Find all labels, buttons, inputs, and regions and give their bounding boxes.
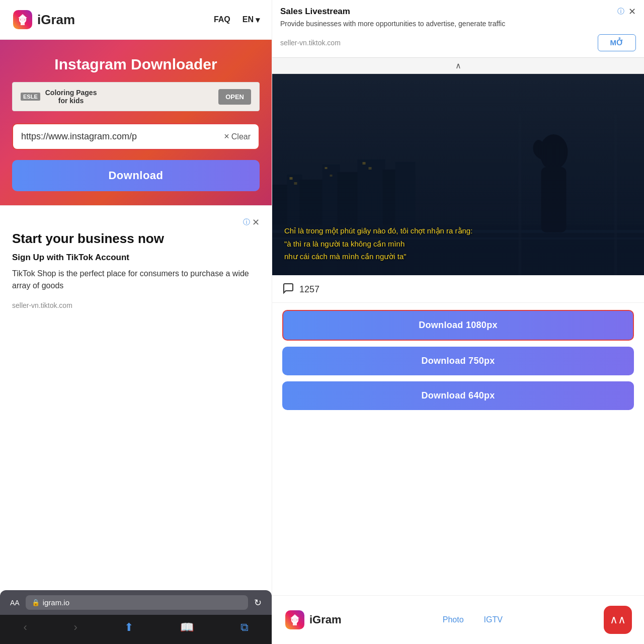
ad-popup-info-icon: ⓘ [617, 7, 624, 16]
ad-section: ⓘ ✕ Start your business now Sign Up with… [0, 205, 272, 590]
url-input-container: × Clear [12, 123, 260, 150]
ad-popup-open-button[interactable]: MỞ [598, 34, 636, 51]
ad-esle-badge: ESLE [21, 93, 40, 101]
ad-open-button[interactable]: OPEN [218, 89, 251, 105]
download-1080-button[interactable]: Download 1080px [282, 310, 634, 341]
lock-icon: 🔒 [32, 599, 40, 606]
ad-section-inner: ⓘ ✕ Start your business now Sign Up with… [12, 218, 260, 310]
hero-section: Instagram Downloader ESLE Coloring Pages… [0, 40, 272, 205]
right-footer: iGram Photo IGTV ∧∧ [272, 595, 644, 644]
ad-popup-footer: seller-vn.tiktok.com MỞ [280, 34, 636, 51]
ad-domain: seller-vn.tiktok.com [12, 301, 72, 309]
reload-button[interactable]: ↻ [254, 597, 262, 608]
browser-bottom-nav: ‹ › ⬆ 📖 ⧉ [0, 615, 272, 644]
ad-popup-domain: seller-vn.tiktok.com [280, 39, 341, 47]
download-options: Download 1080px Download 750px Download … [272, 303, 644, 417]
faq-link[interactable]: FAQ [214, 15, 230, 24]
comments-row: 1257 [272, 275, 644, 303]
share-button[interactable]: ⬆ [124, 621, 133, 634]
scroll-top-icon: ∧∧ [610, 613, 626, 626]
tabs-button[interactable]: ⧉ [240, 621, 249, 634]
footer-logo-text: iGram [309, 613, 342, 626]
comment-count: 1257 [299, 284, 319, 295]
scroll-top-button[interactable]: ∧∧ [604, 606, 632, 634]
browser-url-display[interactable]: 🔒 igram.io [26, 595, 248, 610]
hero-title: Instagram Downloader [12, 56, 260, 73]
header: iGram FAQ EN ▾ [0, 0, 272, 40]
browser-url-text: igram.io [43, 598, 69, 607]
back-button[interactable]: ‹ [23, 621, 27, 634]
ad-section-header: ⓘ ✕ [12, 218, 260, 227]
video-subtitle: Chỉ là trong một phút giây nào đó, tôi c… [272, 224, 644, 263]
footer-igram-logo-icon [284, 609, 305, 630]
language-selector[interactable]: EN ▾ [243, 15, 260, 25]
ad-popup-icons: ⓘ ✕ [617, 6, 636, 17]
logo-text: iGram [37, 12, 75, 28]
ad-popup-close-button[interactable]: ✕ [628, 6, 636, 17]
ad-banner-text: Coloring Pages for kids [45, 89, 97, 105]
ad-popup-header: Sales Livestream ⓘ ✕ [280, 6, 636, 17]
photo-link[interactable]: Photo [443, 615, 464, 624]
header-nav: FAQ EN ▾ [214, 15, 260, 25]
url-input[interactable] [21, 131, 224, 142]
download-750-button[interactable]: Download 750px [282, 347, 634, 375]
browser-aa-label[interactable]: AA [10, 599, 20, 607]
download-640-button[interactable]: Download 640px [282, 381, 634, 410]
ad-main-title: Start your business now [12, 231, 260, 247]
ad-banner-content: ESLE Coloring Pages for kids [21, 89, 97, 105]
ad-popup-title: Sales Livestream [280, 7, 350, 17]
download-btn-container: Download [12, 150, 260, 205]
comment-icon [282, 282, 294, 297]
left-panel: iGram FAQ EN ▾ Instagram Downloader ESLE… [0, 0, 272, 644]
browser-bar: AA 🔒 igram.io ↻ [0, 590, 272, 615]
collapse-chevron-icon: ∧ [455, 61, 461, 70]
forward-button[interactable]: › [74, 621, 77, 634]
bookmarks-button[interactable]: 📖 [180, 621, 194, 634]
collapse-bar[interactable]: ∧ [272, 58, 644, 74]
clear-x-icon: × [224, 131, 229, 142]
ad-description: TikTok Shop is the perfect place for con… [12, 268, 260, 292]
video-container: Chỉ là trong một phút giây nào đó, tôi c… [272, 74, 644, 275]
footer-links: Photo IGTV [443, 615, 503, 624]
logo-area: iGram [12, 9, 75, 30]
ad-popup: Sales Livestream ⓘ ✕ Provide businesses … [272, 0, 644, 58]
igtv-link[interactable]: IGTV [484, 615, 503, 624]
footer-logo-area: iGram [284, 609, 342, 630]
ad-sub-title: Sign Up with TikTok Account [12, 253, 260, 263]
ad-info-icon: ⓘ [243, 218, 250, 227]
ad-popup-description: Provide businesses with more opportuniti… [280, 19, 636, 29]
clear-button[interactable]: × Clear [224, 131, 251, 142]
download-button[interactable]: Download [12, 160, 260, 191]
igram-logo-icon [12, 9, 33, 30]
right-panel: Sales Livestream ⓘ ✕ Provide businesses … [272, 0, 644, 644]
ad-close-button[interactable]: ✕ [252, 218, 260, 227]
ad-banner: ESLE Coloring Pages for kids OPEN [12, 82, 260, 111]
